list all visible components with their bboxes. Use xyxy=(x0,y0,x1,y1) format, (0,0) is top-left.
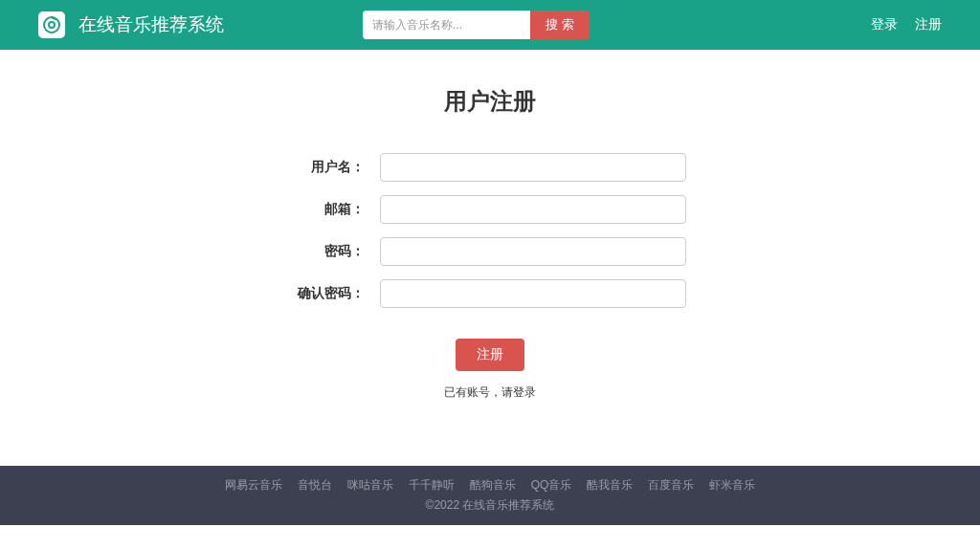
form-actions: 注册 xyxy=(145,339,835,371)
search-group: 搜索 xyxy=(363,11,590,39)
page-title: 用户注册 xyxy=(145,86,835,117)
footer-link[interactable]: 酷狗音乐 xyxy=(470,477,516,494)
brand-title: 在线音乐推荐系统 xyxy=(78,12,224,37)
svg-point-1 xyxy=(49,22,55,28)
footer-links: 网易云音乐 音悦台 咪咕音乐 千千静听 酷狗音乐 QQ音乐 酷我音乐 百度音乐 … xyxy=(0,477,980,494)
footer: 网易云音乐 音悦台 咪咕音乐 千千静听 酷狗音乐 QQ音乐 酷我音乐 百度音乐 … xyxy=(0,466,980,525)
main: 用户注册 用户名： 邮箱： 密码： 确认密码： 注册 已有账号，请登录 xyxy=(145,50,835,401)
footer-link[interactable]: 百度音乐 xyxy=(648,477,694,494)
register-link[interactable]: 注册 xyxy=(915,16,942,33)
logo-icon xyxy=(38,11,65,38)
login-hint[interactable]: 已有账号，请登录 xyxy=(145,384,835,401)
nav-right: 登录 注册 xyxy=(871,16,942,33)
email-input[interactable] xyxy=(380,195,686,224)
form-row-confirm-password: 确认密码： xyxy=(145,279,835,308)
login-link[interactable]: 登录 xyxy=(871,16,898,33)
label-username: 用户名： xyxy=(145,159,380,176)
form-row-username: 用户名： xyxy=(145,153,835,182)
search-button[interactable]: 搜索 xyxy=(530,11,590,39)
search-input[interactable] xyxy=(363,11,530,39)
footer-copyright: ©2022 在线音乐推荐系统 xyxy=(0,497,980,514)
footer-link[interactable]: 网易云音乐 xyxy=(225,477,282,494)
password-input[interactable] xyxy=(380,237,686,266)
footer-link[interactable]: 音悦台 xyxy=(298,477,332,494)
confirm-password-input[interactable] xyxy=(380,279,686,308)
footer-link[interactable]: 咪咕音乐 xyxy=(347,477,393,494)
navbar: 在线音乐推荐系统 搜索 登录 注册 xyxy=(0,0,980,50)
register-button[interactable]: 注册 xyxy=(456,339,524,371)
footer-link[interactable]: 酷我音乐 xyxy=(587,477,633,494)
navbar-content: 在线音乐推荐系统 搜索 登录 注册 xyxy=(38,11,942,39)
label-password: 密码： xyxy=(145,243,380,260)
username-input[interactable] xyxy=(380,153,686,182)
footer-link[interactable]: 虾米音乐 xyxy=(709,477,755,494)
form-row-password: 密码： xyxy=(145,237,835,266)
label-confirm-password: 确认密码： xyxy=(145,285,380,302)
footer-link[interactable]: 千千静听 xyxy=(409,477,455,494)
svg-point-0 xyxy=(44,17,59,33)
form-row-email: 邮箱： xyxy=(145,195,835,224)
label-email: 邮箱： xyxy=(145,201,380,218)
footer-link[interactable]: QQ音乐 xyxy=(531,477,572,494)
